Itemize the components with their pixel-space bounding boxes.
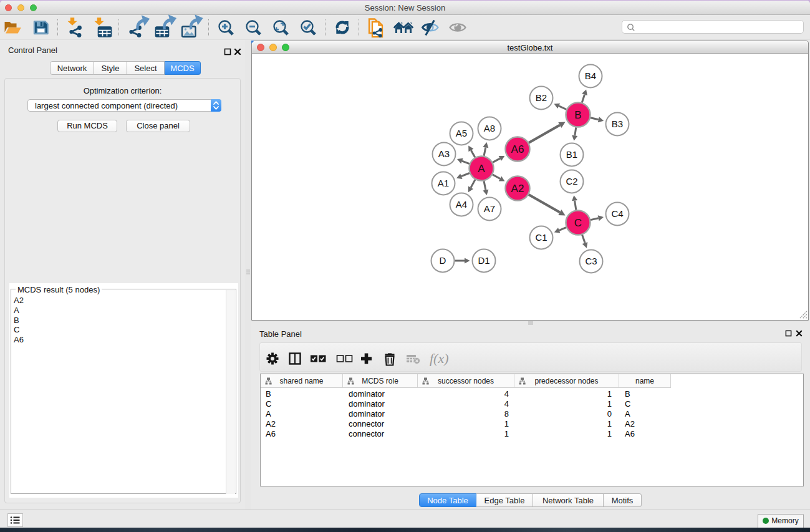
svg-text:A2: A2 xyxy=(511,183,524,195)
svg-text:D: D xyxy=(440,255,446,266)
svg-text:B4: B4 xyxy=(585,70,596,81)
svg-text:B3: B3 xyxy=(612,118,623,129)
svg-text:B2: B2 xyxy=(536,92,547,103)
svg-text:A7: A7 xyxy=(484,203,495,214)
svg-text:A6: A6 xyxy=(511,143,524,155)
svg-text:A4: A4 xyxy=(456,199,467,210)
svg-text:A3: A3 xyxy=(438,148,450,159)
svg-text:A1: A1 xyxy=(438,178,449,188)
svg-text:C2: C2 xyxy=(566,176,577,186)
svg-text:D1: D1 xyxy=(478,255,489,266)
svg-text:C: C xyxy=(574,217,582,229)
svg-text:B: B xyxy=(574,109,581,121)
svg-text:C3: C3 xyxy=(585,256,597,266)
svg-text:A: A xyxy=(478,163,485,175)
svg-text:A8: A8 xyxy=(484,123,495,133)
svg-text:B1: B1 xyxy=(566,149,577,160)
svg-text:f(x): f(x) xyxy=(430,351,449,366)
svg-text:A5: A5 xyxy=(456,128,467,138)
svg-text:C4: C4 xyxy=(611,208,623,219)
svg-text:C1: C1 xyxy=(535,232,547,243)
